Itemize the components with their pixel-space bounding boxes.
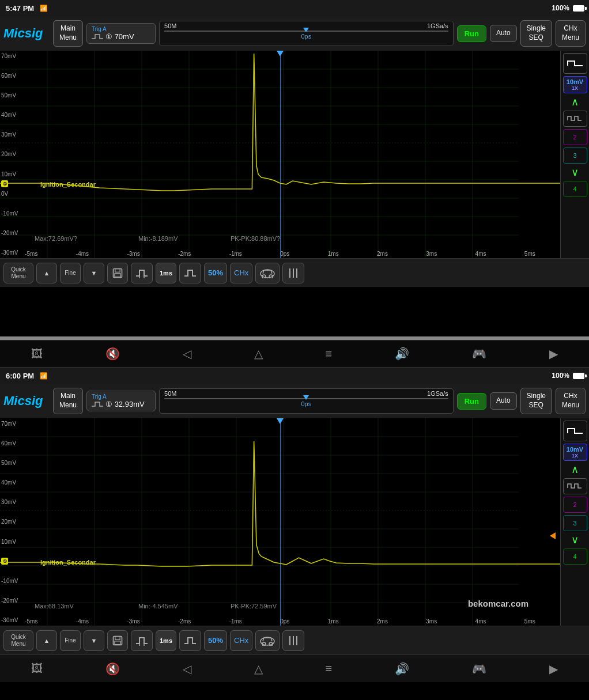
menu-label-1: Menu <box>11 273 25 280</box>
up-arrow-button-1[interactable]: ▲ <box>36 263 57 283</box>
timebase-cursor-1[interactable] <box>303 28 309 32</box>
ch4-button-2[interactable]: 4 <box>563 548 587 565</box>
nav2-menu[interactable]: ≡ <box>326 662 333 675</box>
save-button-2[interactable] <box>107 630 128 651</box>
y-labels-2: 70mV60mV50mV40mV 30mV20mV10mV0V -10mV-20… <box>1 418 18 626</box>
scroll-down-arrow-1[interactable]: ∨ <box>571 166 579 179</box>
single-seq-button-1[interactable]: Single SEQ <box>520 20 552 46</box>
pulse-high-button-2[interactable] <box>179 630 201 651</box>
down-arrow-button-1[interactable]: ▼ <box>84 263 104 283</box>
ch2-button-2[interactable]: 2 <box>563 497 587 513</box>
pulse-high-button-1[interactable] <box>179 263 201 283</box>
down-arrow-button-2[interactable]: ▼ <box>84 630 104 651</box>
pulse-low-button-2[interactable] <box>131 630 153 651</box>
svg-rect-53 <box>115 641 120 644</box>
nav2-play[interactable]: ▶ <box>549 662 558 676</box>
waveform-type2-icon-2[interactable] <box>563 478 587 494</box>
cursor-icon-2 <box>286 635 300 646</box>
voltage-scale-2[interactable]: 10mV 1X <box>563 444 587 461</box>
timebase-1ms-button-2[interactable]: 1ms <box>156 630 176 651</box>
waveform-type-icon-2[interactable] <box>563 421 587 441</box>
nav2-home[interactable]: △ <box>254 662 263 676</box>
voltage-scale-1[interactable]: 10mV 1X <box>563 76 587 93</box>
nav-volume-down[interactable]: 🔇 <box>105 347 120 361</box>
nav2-gamepad[interactable]: 🎮 <box>472 662 486 676</box>
fine-button-2[interactable]: Fine <box>60 630 81 651</box>
meas-pkpk-2: PK-PK:72.59mV <box>231 603 277 610</box>
timebase-left-1: 50M <box>164 22 176 29</box>
chx-menu-button-2[interactable]: CHx Menu <box>556 388 586 414</box>
fine-button-1[interactable]: Fine <box>60 263 81 283</box>
timebase-box-1[interactable]: 50M 1GSa/s 0ps <box>159 21 454 46</box>
scroll-up-arrow-2[interactable]: ∧ <box>571 463 579 476</box>
svg-rect-52 <box>115 636 120 640</box>
scroll-up-arrow-1[interactable]: ∧ <box>571 96 579 108</box>
car-button-1[interactable] <box>255 263 280 283</box>
single-seq-button-2[interactable]: Single SEQ <box>520 388 552 414</box>
save-icon-1 <box>112 267 123 279</box>
nav2-volume-up[interactable]: 🔊 <box>395 662 409 676</box>
nav-volume-up[interactable]: 🔊 <box>395 347 409 361</box>
nav2-volume-down[interactable]: 🔇 <box>105 662 120 676</box>
fifty-pct-button-1[interactable]: 50% <box>204 263 227 283</box>
status-bar-1: 5:47 PM 📶 100% <box>0 0 589 16</box>
cursor-icon-1 <box>286 267 300 279</box>
waveform-type-icon-1[interactable] <box>563 53 587 74</box>
run-button-2[interactable]: Run <box>457 393 486 410</box>
timebase-cursor-2[interactable] <box>303 395 309 400</box>
wifi-icon-1: 📶 <box>40 5 48 12</box>
nav2-gallery[interactable]: 🖼 <box>31 662 43 675</box>
timebase-1ms-button-1[interactable]: 1ms <box>156 263 176 283</box>
main-menu-button-2[interactable]: Main Menu <box>53 388 83 414</box>
osc-screen-2[interactable]: 70mV60mV50mV40mV 30mV20mV10mV0V -10mV-20… <box>0 418 560 626</box>
svg-rect-22 <box>115 273 120 277</box>
nav-home[interactable]: △ <box>254 347 263 361</box>
up-arrow-button-2[interactable]: ▲ <box>36 630 57 651</box>
pulse-high-icon-2 <box>183 635 197 646</box>
run-button-1[interactable]: Run <box>457 25 486 42</box>
auto-button-2[interactable]: Auto <box>490 392 517 410</box>
cursor-button-2[interactable] <box>282 630 304 651</box>
ch3-button-2[interactable]: 3 <box>563 515 587 531</box>
time-1: 5:47 PM <box>6 4 34 13</box>
quick-menu-button-2[interactable]: Quick Menu <box>3 630 33 651</box>
ch2-button-1[interactable]: 2 <box>563 129 587 145</box>
main-menu-button-1[interactable]: Main Menu <box>53 20 83 46</box>
trig-waveform-icon-1 <box>92 33 103 41</box>
trig-box-1[interactable]: Trig A ① 70mV <box>86 23 156 44</box>
nav-gallery[interactable]: 🖼 <box>31 347 43 361</box>
oscilloscope-panel-1: 5:47 PM 📶 100% Micsig Main Menu Trig A ①… <box>0 0 589 340</box>
trig-waveform-icon-2 <box>92 400 103 408</box>
pulse-low-button-1[interactable] <box>131 263 153 283</box>
right-sidebar-2: 10mV 1X ∧ 2 3 ∨ 4 <box>560 418 589 626</box>
nav-back[interactable]: ◁ <box>183 347 191 361</box>
battery-icon-1 <box>573 5 584 12</box>
chx-button-2[interactable]: CHx <box>230 630 252 651</box>
nav2-back[interactable]: ◁ <box>183 662 191 676</box>
car-icon-2 <box>259 635 275 646</box>
nav-menu[interactable]: ≡ <box>326 347 333 361</box>
scroll-down-arrow-2[interactable]: ∨ <box>571 533 579 546</box>
waveform-type2-icon-1[interactable] <box>563 111 587 127</box>
timebase-right-2: 1GSa/s <box>427 390 448 397</box>
osc-screen-1[interactable]: 70mV60mV50mV40mV 30mV20mV10mV0V -10mV-20… <box>0 51 560 258</box>
trig-box-2[interactable]: Trig A ① 32.93mV <box>86 391 156 411</box>
nav-play[interactable]: ▶ <box>549 347 558 361</box>
ch-label-2: Ignition_Secondar <box>40 559 96 566</box>
trig-label-1: Trig A <box>92 26 150 32</box>
chx-menu-button-1[interactable]: CHx Menu <box>556 20 586 46</box>
auto-button-1[interactable]: Auto <box>490 25 517 42</box>
quick-menu-button-1[interactable]: Quick Menu <box>3 263 33 283</box>
cursor-button-1[interactable] <box>282 263 304 283</box>
save-button-1[interactable] <box>107 263 128 283</box>
chx-button-1[interactable]: CHx <box>230 263 252 283</box>
top-bar-1: Micsig Main Menu Trig A ① 70mV 50M 1GSa/… <box>0 16 589 51</box>
svg-rect-21 <box>115 268 120 272</box>
fifty-pct-button-2[interactable]: 50% <box>204 630 227 651</box>
ch3-button-1[interactable]: 3 <box>563 147 587 164</box>
timebase-box-2[interactable]: 50M 1GSa/s 0ps <box>159 388 454 414</box>
car-button-2[interactable] <box>255 630 280 651</box>
nav-gamepad[interactable]: 🎮 <box>472 347 486 361</box>
ch4-button-1[interactable]: 4 <box>563 181 587 197</box>
zero-marker-2: ① <box>1 558 8 565</box>
